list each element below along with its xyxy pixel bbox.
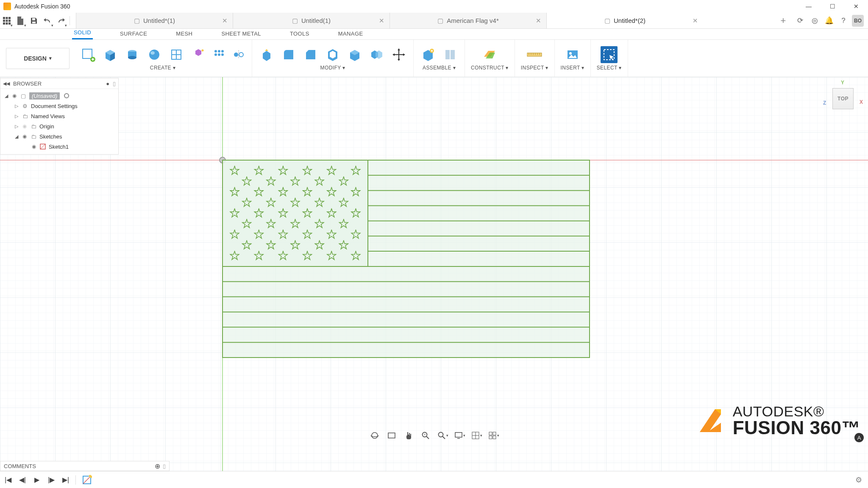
construct-plane-button[interactable] — [481, 46, 498, 63]
comments-handle-icon[interactable]: ▯ — [163, 463, 166, 469]
orbit-button[interactable] — [369, 430, 381, 441]
visibility-icon[interactable]: ◉ — [22, 133, 28, 139]
create-mirror-button[interactable] — [231, 47, 246, 62]
toolbar-group-label[interactable]: ASSEMBLE ▾ — [423, 65, 456, 71]
ribbon-tab-surface[interactable]: SURFACE — [118, 29, 149, 39]
extensions-button[interactable]: ⟳ — [794, 15, 806, 27]
document-icon: ▢ — [437, 17, 443, 25]
document-tab[interactable]: ▢ American Flag v4* ✕ — [389, 13, 546, 28]
browser-node[interactable]: ◉ Sketch1 — [0, 141, 118, 152]
expand-toggle-icon[interactable]: ◢ — [4, 93, 9, 99]
help-button[interactable]: ? — [837, 15, 849, 27]
toolbar-group-label[interactable]: INSERT ▾ — [561, 65, 584, 71]
notifications-button[interactable]: 🔔 — [823, 15, 835, 27]
toolbar-group-label[interactable]: INSPECT ▾ — [521, 65, 548, 71]
undo-button[interactable] — [41, 14, 54, 28]
display-settings-button[interactable]: ▾ — [453, 430, 465, 441]
view-cube[interactable]: Y X Z TOP — [829, 85, 857, 113]
activate-ring-icon[interactable] — [64, 93, 69, 98]
comments-panel[interactable]: COMMENTS ⊕ ▯ — [0, 461, 170, 471]
svg-rect-6 — [3, 22, 5, 25]
inspect-measure-button[interactable] — [526, 46, 543, 63]
browser-node[interactable]: ▷ ⚙ Document Settings — [0, 101, 118, 111]
zoom-window-button[interactable]: + — [420, 430, 431, 441]
toolbar-group-label[interactable]: MODIFY ▾ — [320, 65, 345, 71]
modify-chamfer-button[interactable] — [302, 46, 319, 63]
lookat-button[interactable] — [386, 430, 398, 441]
create-form-button[interactable] — [168, 46, 185, 63]
modify-shell-button[interactable] — [324, 46, 341, 63]
pan-button[interactable] — [403, 430, 415, 441]
toolbar-group-label[interactable]: SELECT ▾ — [597, 65, 622, 71]
ribbon-tab-sheetmetal[interactable]: SHEET METAL — [220, 29, 263, 39]
create-sketch-button[interactable] — [80, 46, 97, 63]
select-button[interactable] — [601, 46, 618, 63]
workspace-selector[interactable]: DESIGN▾ — [6, 48, 70, 69]
insert-decal-button[interactable] — [564, 46, 581, 63]
timeline-end-button[interactable]: ▶| — [61, 475, 70, 485]
timeline-start-button[interactable]: |◀ — [3, 475, 13, 485]
browser-node[interactable]: ▷ 🗀 Named Views — [0, 111, 118, 121]
visibility-icon[interactable]: ◉ — [22, 123, 28, 129]
create-box-button[interactable] — [102, 46, 119, 63]
redo-button[interactable] — [54, 14, 68, 28]
create-pattern-button[interactable] — [212, 47, 226, 62]
toolbar-group-label[interactable]: CREATE ▾ — [150, 65, 175, 71]
timeline-forward-button[interactable]: |▶ — [47, 475, 56, 485]
browser-node[interactable]: ◢ ◉ 🗀 Sketches — [0, 131, 118, 141]
zoom-button[interactable]: ▾ — [437, 430, 448, 441]
expand-toggle-icon[interactable]: ▷ — [14, 124, 19, 129]
browser-root-node[interactable]: ◢ ◉ ▢ (Unsaved) — [0, 91, 118, 101]
browser-node[interactable]: ▷ ◉ 🗀 Origin — [0, 121, 118, 131]
visibility-icon[interactable]: ◉ — [11, 93, 17, 99]
ribbon-tab-manage[interactable]: MANAGE — [337, 29, 365, 39]
file-menu-button[interactable] — [14, 14, 27, 28]
window-minimize-button[interactable]: — — [804, 3, 813, 10]
browser-handle-icon[interactable]: ▯ — [113, 80, 116, 87]
browser-dot-icon[interactable]: ● — [106, 80, 109, 87]
canvas[interactable]: Y X Z TOP + ▾ ▾ ▾ ▾ AUTODESK® FUSION 360… — [0, 77, 868, 471]
save-button[interactable] — [27, 14, 41, 28]
job-status-button[interactable]: ◎ — [809, 15, 821, 27]
viewport-layout-button[interactable]: ▾ — [487, 430, 499, 441]
user-avatar[interactable]: BO — [852, 15, 864, 27]
tab-close-icon[interactable]: ✕ — [693, 17, 698, 25]
window-maximize-button[interactable]: ☐ — [828, 3, 837, 10]
assemble-joint-button[interactable] — [442, 46, 459, 63]
modify-fillet-button[interactable] — [280, 46, 297, 63]
autodesk-badge-icon[interactable]: A — [854, 433, 864, 442]
timeline-play-button[interactable]: ▶ — [32, 475, 42, 485]
modify-draft-button[interactable] — [346, 46, 363, 63]
visibility-icon[interactable]: ◉ — [31, 144, 37, 150]
assemble-newcomponent-button[interactable] — [420, 46, 437, 63]
expand-toggle-icon[interactable]: ▷ — [14, 114, 19, 119]
browser-collapse-icon[interactable]: ◀◀ — [3, 81, 10, 86]
document-tab[interactable]: ▢ Untitled(1) ✕ — [233, 13, 389, 28]
document-tab[interactable]: ▢ Untitled*(2) ✕ — [546, 13, 703, 28]
toolbar-group-label[interactable]: CONSTRUCT ▾ — [471, 65, 509, 71]
window-close-button[interactable]: ✕ — [852, 3, 860, 10]
timeline-settings-button[interactable]: ⚙ — [855, 475, 865, 485]
data-panel-button[interactable] — [0, 14, 14, 28]
expand-toggle-icon[interactable]: ◢ — [14, 134, 19, 139]
tab-close-icon[interactable]: ✕ — [536, 17, 541, 25]
modify-move-button[interactable] — [390, 46, 407, 63]
tab-close-icon[interactable]: ✕ — [222, 17, 228, 25]
create-cylinder-button[interactable] — [124, 46, 141, 63]
modify-pressPull-button[interactable] — [258, 46, 275, 63]
document-tab[interactable]: ▢ Untitled*(1) ✕ — [76, 13, 233, 28]
ribbon-tab-mesh[interactable]: MESH — [174, 29, 194, 39]
view-cube-face[interactable]: TOP — [832, 88, 854, 109]
create-sphere-button[interactable] — [146, 46, 163, 63]
ribbon-tab-solid[interactable]: SOLID — [72, 28, 93, 39]
modify-combine-button[interactable] — [368, 46, 385, 63]
expand-toggle-icon[interactable]: ▷ — [14, 103, 19, 109]
comments-add-button[interactable]: ⊕ — [155, 462, 160, 470]
timeline-back-button[interactable]: ◀| — [18, 475, 27, 485]
tab-close-icon[interactable]: ✕ — [379, 17, 384, 25]
ribbon-tab-tools[interactable]: TOOLS — [288, 29, 311, 39]
grid-settings-button[interactable]: ▾ — [470, 430, 482, 441]
timeline-feature-sketch[interactable] — [81, 474, 93, 486]
create-derive-button[interactable] — [190, 46, 207, 63]
new-tab-button[interactable]: + — [776, 14, 790, 28]
